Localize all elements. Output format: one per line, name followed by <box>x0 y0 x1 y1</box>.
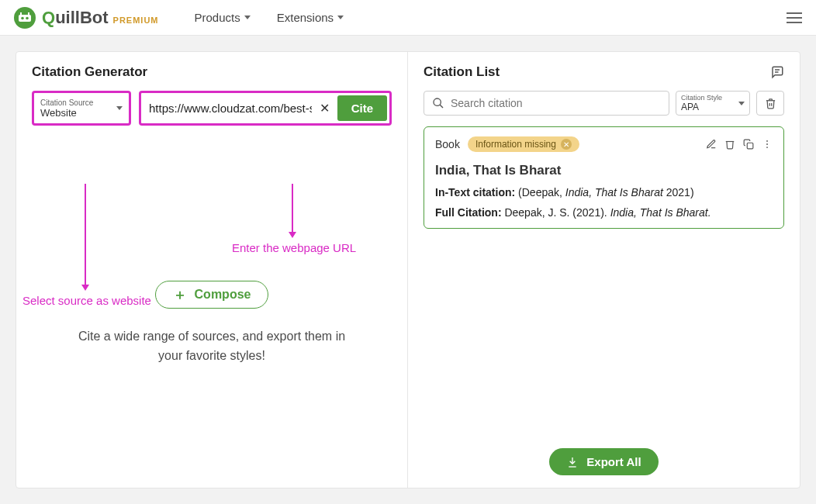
main-card: Citation Generator Citation Source Websi… <box>16 51 800 488</box>
info-missing-badge: Information missing ✕ <box>468 136 579 152</box>
annotation-select-source: Select source as website <box>22 294 151 307</box>
citation-card: Book Information missing ✕ India, That I… <box>424 126 784 229</box>
workspace: Citation Generator Citation Source Websi… <box>0 36 816 504</box>
clear-input-icon[interactable]: ✕ <box>315 101 334 116</box>
intext-citation: In-Text citation: (Deepak, India, That I… <box>435 186 773 198</box>
delete-citation-button[interactable] <box>724 139 735 150</box>
list-header: Citation List <box>424 64 784 80</box>
main-nav: Products Extensions <box>195 11 344 24</box>
source-select-value: Website <box>40 107 93 119</box>
nav-products[interactable]: Products <box>195 11 251 24</box>
citation-generator-pane: Citation Generator Citation Source Websi… <box>16 52 408 488</box>
svg-rect-0 <box>19 15 31 22</box>
export-all-button[interactable]: Export All <box>549 448 658 475</box>
citation-list-pane: Citation List Citation Style APA <box>408 52 800 488</box>
chevron-down-icon <box>738 102 745 105</box>
svg-rect-3 <box>20 12 22 15</box>
citation-title: India, That Is Bharat <box>435 163 773 178</box>
url-input-group: ✕ Cite <box>139 91 392 126</box>
annotation-line <box>85 184 86 285</box>
brand-name: QQuillBotuillBot PREMIUM <box>42 8 159 28</box>
style-select-label: Citation Style <box>681 94 722 102</box>
generator-tagline: Cite a wide range of sources, and export… <box>32 327 392 366</box>
list-title: Citation List <box>424 64 500 80</box>
annotation-line <box>292 184 293 232</box>
delete-all-button[interactable] <box>756 91 784 116</box>
more-citation-button[interactable] <box>762 139 773 150</box>
copy-citation-button[interactable] <box>743 139 754 150</box>
plus-icon: ＋ <box>173 288 187 302</box>
trash-icon <box>765 98 776 109</box>
full-citation: Full Citation: Deepak, J. S. (2021). Ind… <box>435 206 773 219</box>
chevron-down-icon <box>116 106 123 110</box>
generator-title: Citation Generator <box>32 64 392 80</box>
app-header: QQuillBotuillBot PREMIUM Products Extens… <box>0 0 816 36</box>
brand: QQuillBotuillBot PREMIUM <box>14 7 159 29</box>
dismiss-badge-icon[interactable]: ✕ <box>561 139 572 150</box>
pencil-icon <box>706 139 717 150</box>
annotation-arrow-icon <box>289 232 296 238</box>
source-type-label: Book <box>435 138 460 150</box>
cite-button[interactable]: Cite <box>337 95 387 121</box>
compose-button[interactable]: ＋ Compose <box>155 281 269 309</box>
url-input[interactable] <box>149 102 312 115</box>
svg-point-11 <box>766 143 768 145</box>
download-icon <box>566 456 579 468</box>
svg-point-7 <box>434 98 441 105</box>
edit-citation-button[interactable] <box>706 139 717 150</box>
svg-rect-9 <box>747 143 753 149</box>
menu-icon[interactable] <box>787 9 802 26</box>
svg-point-10 <box>766 140 768 142</box>
generator-row: Citation Source Website ✕ Cite <box>32 91 392 126</box>
svg-point-12 <box>766 147 768 148</box>
citation-source-select[interactable]: Citation Source Website <box>32 91 131 126</box>
search-icon <box>432 97 444 109</box>
chevron-down-icon <box>244 16 251 19</box>
svg-point-1 <box>21 16 24 19</box>
citation-actions <box>706 139 773 150</box>
premium-badge: PREMIUM <box>113 16 159 25</box>
citation-style-select[interactable]: Citation Style APA <box>676 91 750 116</box>
trash-icon <box>724 139 735 150</box>
search-citation[interactable] <box>424 91 669 116</box>
style-select-value: APA <box>681 102 722 112</box>
nav-extensions[interactable]: Extensions <box>277 11 344 24</box>
chevron-down-icon <box>337 16 344 19</box>
export-row: Export All <box>424 436 784 475</box>
svg-rect-4 <box>28 12 29 15</box>
annotation-enter-url: Enter the webpage URL <box>232 241 356 254</box>
svg-line-8 <box>440 105 443 108</box>
list-toolbar: Citation Style APA <box>424 91 784 116</box>
search-input[interactable] <box>451 97 661 109</box>
more-vert-icon <box>762 139 773 150</box>
source-select-label: Citation Source <box>40 98 93 107</box>
brand-logo-icon <box>14 7 36 29</box>
citation-card-header: Book Information missing ✕ <box>435 136 773 152</box>
copy-icon <box>743 139 754 150</box>
svg-point-2 <box>26 16 29 19</box>
annotation-arrow-icon <box>81 285 89 291</box>
annotations-icon[interactable] <box>770 65 784 79</box>
